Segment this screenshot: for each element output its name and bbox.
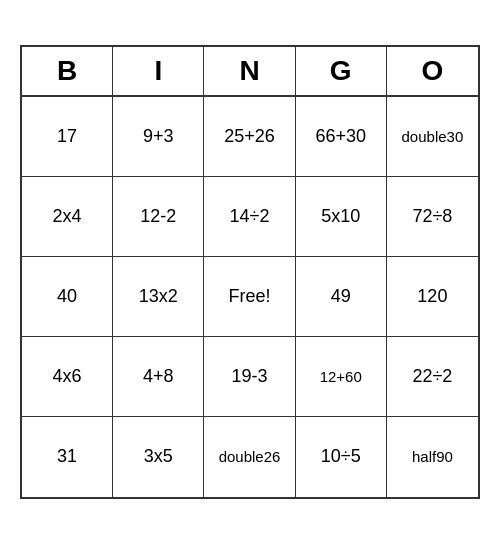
bingo-cell-2: 25+26: [204, 97, 295, 177]
bingo-cell-23: 10÷5: [296, 417, 387, 497]
bingo-cell-19: 22÷2: [387, 337, 478, 417]
header-letter-g: G: [296, 47, 387, 95]
header-letter-b: B: [22, 47, 113, 95]
bingo-cell-6: 12-2: [113, 177, 204, 257]
bingo-cell-1: 9+3: [113, 97, 204, 177]
bingo-cell-16: 4+8: [113, 337, 204, 417]
bingo-cell-21: 3x5: [113, 417, 204, 497]
bingo-cell-13: 49: [296, 257, 387, 337]
bingo-cell-18: 12+60: [296, 337, 387, 417]
header-letter-i: I: [113, 47, 204, 95]
header-letter-n: N: [204, 47, 295, 95]
bingo-cell-15: 4x6: [22, 337, 113, 417]
bingo-cell-11: 13x2: [113, 257, 204, 337]
bingo-cell-14: 120: [387, 257, 478, 337]
bingo-cell-20: 31: [22, 417, 113, 497]
bingo-cell-4: double30: [387, 97, 478, 177]
bingo-grid: 179+325+2666+30double302x412-214÷25x1072…: [22, 97, 478, 497]
bingo-cell-22: double26: [204, 417, 295, 497]
bingo-cell-0: 17: [22, 97, 113, 177]
header-letter-o: O: [387, 47, 478, 95]
bingo-cell-9: 72÷8: [387, 177, 478, 257]
bingo-cell-17: 19-3: [204, 337, 295, 417]
bingo-cell-12: Free!: [204, 257, 295, 337]
bingo-card: BINGO 179+325+2666+30double302x412-214÷2…: [20, 45, 480, 499]
bingo-cell-3: 66+30: [296, 97, 387, 177]
bingo-cell-5: 2x4: [22, 177, 113, 257]
bingo-cell-10: 40: [22, 257, 113, 337]
bingo-cell-7: 14÷2: [204, 177, 295, 257]
bingo-cell-24: half90: [387, 417, 478, 497]
bingo-cell-8: 5x10: [296, 177, 387, 257]
bingo-header: BINGO: [22, 47, 478, 97]
